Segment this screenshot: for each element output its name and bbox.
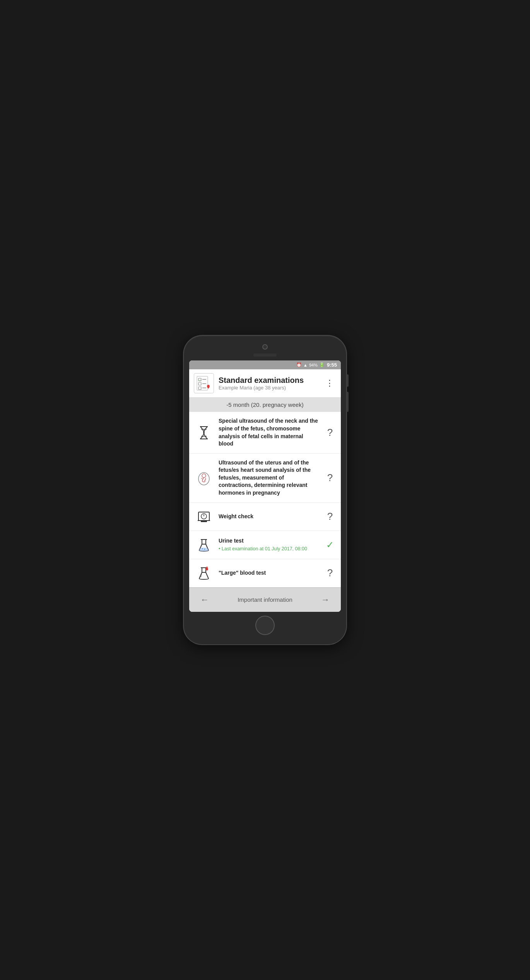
app-title: Standard examinations xyxy=(219,376,318,385)
exam-row-blood[interactable]: "Large" blood test ? xyxy=(189,559,341,587)
battery-text: 94% xyxy=(309,363,318,367)
exam-text-urine: Urine test • Last examination at 01 July… xyxy=(219,537,319,552)
status-bar: ⏰ ▲ 94% 🔋 9:55 xyxy=(189,360,341,369)
back-button[interactable]: ← xyxy=(189,588,220,612)
svg-point-14 xyxy=(202,474,206,478)
exam-list: Special ultrasound of the neck and the s… xyxy=(189,412,341,587)
flask-icon xyxy=(194,536,214,553)
exam-title-urine: Urine test xyxy=(219,537,319,545)
forward-button[interactable]: → xyxy=(310,588,341,612)
exam-action-dna[interactable]: ? xyxy=(324,427,336,439)
phone-frame: ⏰ ▲ 94% 🔋 9:55 ✓ xyxy=(184,336,346,644)
svg-rect-3 xyxy=(198,382,201,385)
app-subtitle: Example Maria (age 38 years) xyxy=(219,385,318,391)
fetus-icon xyxy=(194,470,214,487)
exam-action-urine[interactable]: ✓ xyxy=(324,540,336,550)
alarm-icon: ⏰ xyxy=(296,362,302,367)
more-menu-button[interactable]: ⋮ xyxy=(323,377,336,390)
exam-row-uterus[interactable]: Ultrasound of the uterus and of the fetu… xyxy=(189,454,341,503)
exam-text-uterus: Ultrasound of the uterus and of the fetu… xyxy=(219,459,319,497)
svg-point-23 xyxy=(202,548,203,549)
exam-subtitle-urine: • Last examination at 01 July 2017, 08:0… xyxy=(219,546,319,553)
exam-row-urine[interactable]: Urine test • Last examination at 01 July… xyxy=(189,531,341,559)
phone-speaker xyxy=(253,353,277,357)
app-title-area: Standard examinations Example Maria (age… xyxy=(219,376,318,391)
svg-rect-19 xyxy=(201,521,207,522)
phone-bottom-bar xyxy=(189,612,341,637)
status-time: 9:55 xyxy=(327,362,337,368)
blood-flask-icon xyxy=(194,565,214,582)
battery-icon: 🔋 xyxy=(319,362,325,367)
exam-title-dna: Special ultrasound of the neck and the s… xyxy=(219,417,319,447)
exam-title-uterus: Ultrasound of the uterus and of the fetu… xyxy=(219,459,319,497)
dna-icon xyxy=(194,424,214,441)
app-logo: ✓ xyxy=(194,373,214,393)
signal-icon: ▲ xyxy=(303,363,308,367)
important-info-button[interactable]: Important information xyxy=(220,588,310,612)
status-icons: ⏰ ▲ 94% 🔋 xyxy=(296,362,325,367)
exam-action-weight[interactable]: ? xyxy=(324,510,336,522)
section-header: -5 month (20. pregnacy week) xyxy=(189,398,341,412)
camera-lens xyxy=(262,344,268,350)
svg-point-24 xyxy=(204,548,205,550)
exam-text-weight: Weight check xyxy=(219,513,319,521)
svg-point-13 xyxy=(198,473,209,485)
bottom-nav: ← Important information → xyxy=(189,587,341,612)
exam-title-blood: "Large" blood test xyxy=(219,569,319,577)
exam-title-weight: Weight check xyxy=(219,513,319,521)
exam-action-blood[interactable]: ? xyxy=(324,567,336,579)
phone-top-bar xyxy=(189,343,341,360)
svg-point-12 xyxy=(203,432,205,434)
exam-action-uterus[interactable]: ? xyxy=(324,472,336,484)
exam-text-blood: "Large" blood test xyxy=(219,569,319,577)
svg-text:✓: ✓ xyxy=(199,379,201,382)
exam-row-weight[interactable]: Weight check ? xyxy=(189,503,341,531)
svg-rect-4 xyxy=(198,387,201,389)
home-button[interactable] xyxy=(255,616,275,635)
scale-icon xyxy=(194,508,214,525)
phone-screen: ⏰ ▲ 94% 🔋 9:55 ✓ xyxy=(189,360,341,611)
exam-row-dna[interactable]: Special ultrasound of the neck and the s… xyxy=(189,412,341,453)
app-header: ✓ Standard examinations Example Maria (a… xyxy=(189,369,341,398)
exam-text-dna: Special ultrasound of the neck and the s… xyxy=(219,417,319,447)
